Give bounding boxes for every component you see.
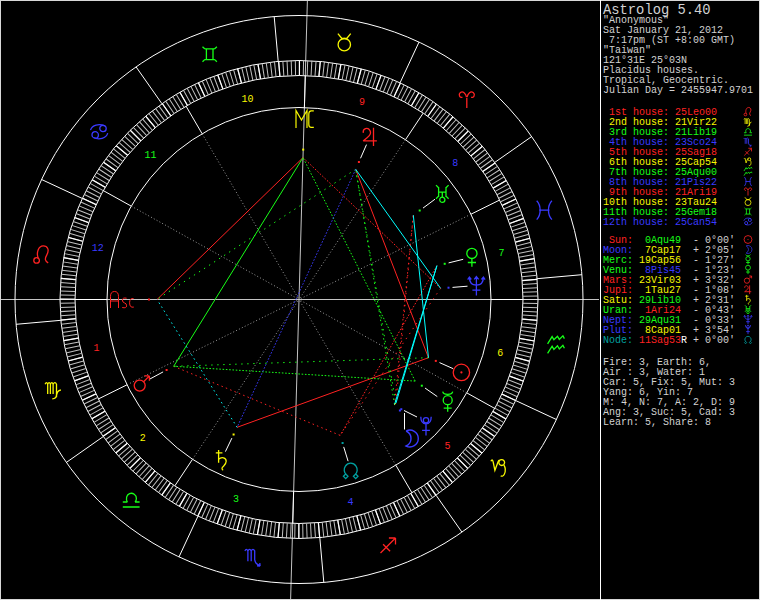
svg-text:7: 7 [498,248,504,259]
svg-text:11: 11 [144,150,156,161]
svg-text:4: 4 [348,497,354,508]
svg-text:Node:: Node: [603,335,633,346]
svg-text:Julian Day = 2455947.9701: Julian Day = 2455947.9701 [603,85,753,96]
svg-text:11Sag53: 11Sag53 [639,335,681,346]
svg-text:3: 3 [233,494,239,505]
svg-text:Learn: 5, Share: 8: Learn: 5, Share: 8 [603,417,711,428]
svg-text:1: 1 [93,343,99,354]
svg-text:5: 5 [445,441,451,452]
svg-text:8: 8 [452,158,458,169]
svg-text:10: 10 [241,94,253,105]
svg-text:12: 12 [92,243,104,254]
svg-text:R: R [681,335,687,346]
svg-text:6: 6 [497,348,503,359]
svg-text:+ 0°00': + 0°00' [693,335,735,346]
svg-text:12th house: 25Can54: 12th house: 25Can54 [603,217,717,228]
svg-text:2: 2 [140,433,146,444]
svg-text:9: 9 [359,97,365,108]
